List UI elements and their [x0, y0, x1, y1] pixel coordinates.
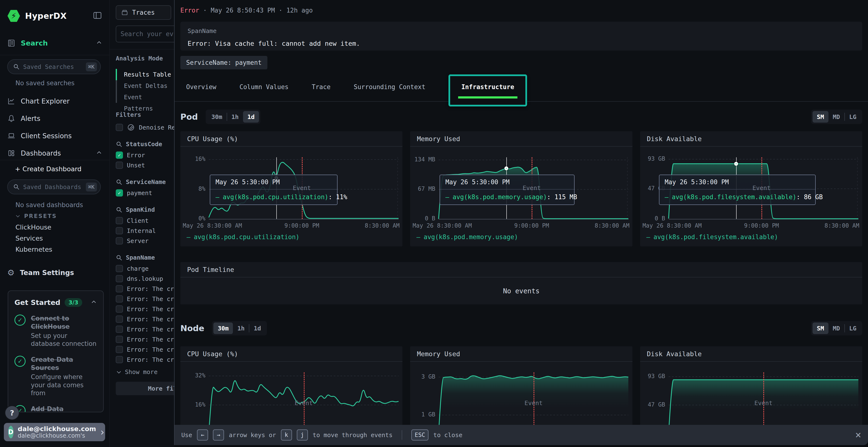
sidebar-item-client-sessions[interactable]: Client Sessions — [0, 129, 110, 143]
y-axis-label: 93 GB — [643, 156, 665, 162]
filter-group-name: StatusCode — [126, 141, 162, 148]
saved-dashboards-input[interactable] — [23, 183, 83, 191]
event-marker-label: Event — [752, 184, 771, 192]
range-1d[interactable]: 1d — [243, 111, 259, 123]
saved-searches-search[interactable]: ⌘K — [7, 59, 101, 74]
filter-option-error-span[interactable]: Error: The cr — [116, 344, 174, 354]
filter-group-name: SpanKind — [126, 206, 155, 213]
filter-option-error-span[interactable]: Error: The cr — [116, 294, 174, 304]
filter-option-server[interactable]: Server — [116, 236, 174, 246]
checkbox-checked[interactable]: ✓ — [116, 151, 123, 159]
pod-cpu-chart[interactable]: 16%8%0%EventMay 26 5:30:00 PM—avg(k8s.po… — [209, 157, 399, 219]
tab-infrastructure-highlight-box[interactable]: Infrastructure — [448, 74, 527, 106]
sidebar-item-dashboards[interactable]: Dashboards — [0, 146, 110, 160]
denoise-icon — [127, 123, 135, 132]
analysis-mode-event-patterns[interactable]: Event Patterns — [116, 92, 174, 103]
source-selector[interactable]: Traces — [116, 5, 171, 20]
sidebar-item-chart-explorer[interactable]: Chart Explorer — [0, 94, 110, 108]
checkbox[interactable] — [116, 356, 123, 363]
saved-dashboards-search[interactable]: ⌘K — [7, 179, 101, 194]
tab-surrounding-context[interactable]: Surrounding Context — [354, 83, 425, 101]
node-range-selector: 30m 1h 1d — [212, 321, 267, 336]
filter-option-error-span[interactable]: Error: The cr — [116, 334, 174, 344]
range-1h[interactable]: 1h — [233, 322, 249, 334]
checkbox[interactable] — [116, 237, 123, 244]
filter-option-client[interactable]: Client — [116, 215, 174, 226]
checkbox[interactable] — [116, 315, 123, 323]
filter-option-error-span[interactable]: Error: The cr — [116, 324, 174, 334]
filter-option-charge[interactable]: charge — [116, 264, 174, 274]
size-lg[interactable]: LG — [845, 322, 861, 334]
filter-denoise[interactable]: Denoise Re — [116, 122, 174, 133]
filter-label: Error: The cr — [127, 356, 174, 363]
filter-option-error-span[interactable]: Error: The cr — [116, 314, 174, 324]
checkbox[interactable] — [116, 162, 123, 169]
tab-infrastructure[interactable]: Infrastructure — [461, 83, 514, 91]
sidebar-item-search[interactable]: Search — [7, 39, 102, 47]
get-started-item[interactable]: ✓ Add Data Start sending logs, metrics, … — [14, 405, 97, 412]
range-30m[interactable]: 30m — [207, 111, 227, 123]
get-started-item[interactable]: ✓ Create Data Sources Configure where yo… — [14, 356, 97, 398]
tooltip-series-name: avg(k8s.pod.memory.usage) — [453, 194, 547, 201]
filter-option-payment[interactable]: ✓ payment — [116, 188, 174, 198]
filter-option-unset[interactable]: Unset — [116, 160, 174, 170]
checkbox[interactable] — [116, 305, 123, 313]
service-name-chip[interactable]: ServiceName: payment — [180, 56, 268, 69]
filter-option-dns-lookup[interactable]: dns.lookup — [116, 274, 174, 284]
size-md[interactable]: MD — [829, 322, 844, 334]
preset-clickhouse[interactable]: ClickHouse — [16, 224, 51, 231]
checkbox[interactable] — [116, 346, 123, 353]
preset-services[interactable]: Services — [16, 235, 43, 242]
help-button[interactable]: ? — [5, 406, 19, 419]
checkbox[interactable] — [116, 325, 123, 333]
size-lg[interactable]: LG — [845, 111, 861, 123]
range-1d[interactable]: 1d — [249, 322, 265, 334]
filter-label: Error: The cr — [127, 336, 174, 343]
tab-trace[interactable]: Trace — [312, 83, 331, 101]
checkbox[interactable] — [116, 285, 123, 293]
analysis-mode-options: Results Table Event Deltas Event Pattern… — [116, 69, 174, 103]
get-started-item[interactable]: ✓ Connect to ClickHouse Set up your data… — [14, 314, 97, 348]
size-sm[interactable]: SM — [812, 322, 829, 334]
checkbox[interactable] — [116, 124, 123, 131]
filter-option-error-span[interactable]: Error: The cr — [116, 304, 174, 314]
tab-column-values[interactable]: Column Values — [240, 83, 289, 101]
checkbox[interactable] — [116, 227, 123, 234]
checkbox[interactable] — [116, 217, 123, 224]
user-menu[interactable]: D dale@clickhouse.com dale@clickhouse.co… — [4, 423, 105, 441]
event-search-input[interactable] — [116, 26, 174, 42]
checkbox[interactable] — [116, 336, 123, 343]
more-filters-button[interactable]: More fil — [116, 382, 174, 395]
pod-disk-chart[interactable]: 93 GB47 GB0 BEventMay 26 5:30:00 PM—avg(… — [669, 157, 858, 219]
sidebar-item-alerts[interactable]: Alerts — [0, 112, 110, 125]
saved-searches-input[interactable] — [23, 63, 83, 70]
filter-option-error[interactable]: ✓ Error — [116, 150, 174, 160]
analysis-mode-results-table[interactable]: Results Table — [116, 69, 174, 80]
checkbox[interactable] — [116, 275, 123, 282]
pod-memory-chart[interactable]: 134 MB67 MB0 BEventMay 26 5:30:00 PM—avg… — [439, 157, 628, 219]
filter-option-error-span[interactable]: Error: The cr — [116, 354, 174, 365]
size-md[interactable]: MD — [829, 111, 844, 123]
separator: · — [279, 7, 283, 14]
show-more-button[interactable]: Show more — [116, 369, 174, 375]
analysis-mode-event-deltas[interactable]: Event Deltas — [116, 80, 174, 92]
chevron-down-icon — [116, 369, 122, 375]
filter-option-internal[interactable]: Internal — [116, 226, 174, 236]
range-1h[interactable]: 1h — [227, 111, 243, 123]
create-dashboard-button[interactable]: + Create Dashboard — [15, 165, 82, 173]
range-30m[interactable]: 30m — [213, 322, 233, 334]
filter-option-error-span[interactable]: Error: The cr — [116, 284, 174, 294]
nav-label: Chart Explorer — [21, 97, 69, 105]
presets-toggle[interactable]: PRESETS — [15, 213, 57, 219]
checkbox-checked[interactable]: ✓ — [116, 189, 123, 197]
tab-overview[interactable]: Overview — [186, 83, 216, 101]
sidebar-item-team-settings[interactable]: ⚙ Team Settings — [0, 266, 110, 279]
chevron-up-icon[interactable] — [91, 299, 97, 306]
checkbox[interactable] — [116, 265, 123, 272]
tooltip-series-row: —avg(k8s.pod.cpu.utilization): 11% — [210, 190, 337, 204]
pod-title: Pod — [180, 112, 198, 122]
size-sm[interactable]: SM — [812, 111, 829, 123]
preset-kubernetes[interactable]: Kubernetes — [16, 246, 52, 253]
sidebar-collapse-icon[interactable] — [93, 10, 102, 21]
checkbox[interactable] — [116, 295, 123, 303]
